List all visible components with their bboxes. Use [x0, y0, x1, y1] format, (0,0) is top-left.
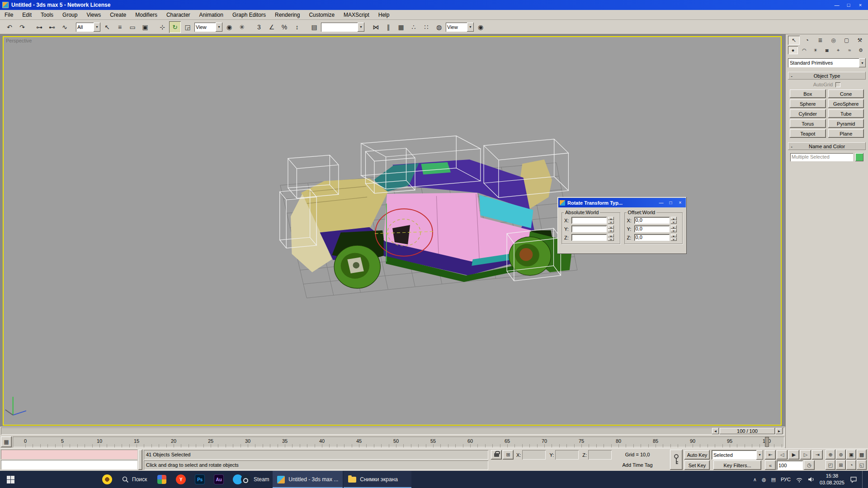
object-color-swatch[interactable]: [855, 153, 863, 161]
spinner-up-icon[interactable]: ▲: [608, 225, 614, 229]
primitive-box-button[interactable]: Box: [790, 89, 826, 98]
set-key-button[interactable]: Set Key: [684, 460, 710, 470]
offset-y-field[interactable]: 0,0: [634, 225, 670, 232]
volume-icon[interactable]: [808, 476, 815, 483]
network-icon[interactable]: [796, 477, 803, 483]
viewport-label[interactable]: Perspective: [6, 38, 32, 43]
menu-item-tools[interactable]: Tools: [41, 12, 53, 18]
mirror-icon[interactable]: ⋈: [370, 21, 382, 33]
selection-filter-dropdown[interactable]: All▼: [76, 23, 100, 32]
edit-named-selection-sets-icon[interactable]: ▤: [308, 21, 320, 33]
listener-macro-pane[interactable]: [1, 450, 137, 459]
category-systems-icon[interactable]: ⚙: [856, 46, 866, 54]
category-geometry-icon[interactable]: ●: [788, 46, 798, 54]
menu-item-maxscript[interactable]: MAXScript: [344, 12, 369, 18]
add-time-tag-button[interactable]: Add Time Tag: [612, 462, 663, 468]
spinner-control[interactable]: ▲▼: [608, 234, 614, 241]
primitive-geosphere-button[interactable]: GeoSphere: [828, 99, 864, 108]
zoom-button[interactable]: ⊕: [826, 450, 835, 460]
menu-item-rendering[interactable]: Rendering: [275, 12, 300, 18]
dialog-close-button[interactable]: ×: [676, 199, 684, 206]
taskbar-3dsmax-window[interactable]: Untitled - 3ds max ...: [273, 471, 343, 488]
align-icon[interactable]: ∥: [382, 21, 394, 33]
window-crossing-toggle-icon[interactable]: ▣: [139, 21, 151, 33]
select-object-icon[interactable]: ↖: [101, 21, 113, 33]
go-to-start-button[interactable]: ⇤: [765, 450, 776, 460]
primitive-plane-button[interactable]: Plane: [828, 129, 864, 138]
primitive-cone-button[interactable]: Cone: [828, 89, 864, 98]
spinner-control[interactable]: ▲▼: [671, 225, 677, 232]
absolute-z-field[interactable]: [571, 234, 607, 241]
chevron-down-icon[interactable]: ▼: [358, 23, 364, 32]
spinner-down-icon[interactable]: ▼: [608, 221, 614, 224]
minimize-button[interactable]: —: [831, 1, 842, 9]
render-scene-icon[interactable]: ◍: [433, 21, 445, 33]
key-filters-button[interactable]: Key Filters...: [713, 460, 761, 470]
menu-item-create[interactable]: Create: [110, 12, 126, 18]
current-frame-marker[interactable]: [765, 437, 769, 447]
previous-frame-button[interactable]: ◁: [777, 450, 788, 460]
bind-to-space-warp-icon[interactable]: ∿: [59, 21, 71, 33]
coordinate-x-field[interactable]: [522, 450, 546, 460]
rectangular-selection-region-icon[interactable]: ▭: [127, 21, 138, 33]
absolute-y-field[interactable]: [571, 225, 607, 232]
tab-hierarchy-icon[interactable]: ≣: [814, 36, 826, 45]
select-by-name-icon[interactable]: ≡: [114, 21, 126, 33]
zoom-extents-button[interactable]: ▣: [846, 450, 856, 460]
tab-display-icon[interactable]: ▢: [841, 36, 853, 45]
taskbar-yandex-app[interactable]: [98, 471, 117, 488]
notification-center-icon[interactable]: [849, 476, 857, 483]
coordinate-y-field[interactable]: [555, 450, 579, 460]
chevron-down-icon[interactable]: ▼: [859, 58, 866, 67]
spinner-up-icon[interactable]: ▲: [671, 234, 677, 237]
tab-utilities-icon[interactable]: ⚒: [854, 36, 866, 45]
spinner-down-icon[interactable]: ▼: [671, 238, 677, 241]
spinner-down-icon[interactable]: ▼: [608, 238, 614, 241]
dialog-minimize-button[interactable]: —: [657, 199, 665, 206]
next-frame-button[interactable]: ▷: [800, 450, 811, 460]
select-and-scale-icon[interactable]: ◲: [182, 21, 193, 33]
primitive-sphere-button[interactable]: Sphere: [790, 99, 826, 108]
time-slider-grip[interactable]: 100 / 100: [720, 428, 775, 434]
spinner-up-icon[interactable]: ▲: [671, 225, 677, 229]
rotate-transform-type-in-dialog[interactable]: Rotate Transform Typ... —□× Absolute:Wor…: [557, 197, 687, 254]
dialog-maximize-button[interactable]: □: [666, 199, 675, 206]
menu-item-edit[interactable]: Edit: [22, 12, 32, 18]
snap-toggle-3d-icon[interactable]: 3: [253, 21, 265, 33]
primitive-pyramid-button[interactable]: Pyramid: [828, 119, 864, 128]
taskbar-search[interactable]: Поиск: [117, 471, 152, 488]
spinner-down-icon[interactable]: ▼: [671, 221, 677, 224]
key-mode-dropdown[interactable]: Selected ▼: [712, 450, 763, 460]
current-frame-field[interactable]: 100: [777, 460, 803, 470]
next-frame-arrow[interactable]: ►: [776, 428, 783, 434]
go-to-end-button[interactable]: ⇥: [812, 450, 823, 460]
mini-curve-editor-button[interactable]: ▦: [1, 436, 12, 447]
spinner-down-icon[interactable]: ▼: [608, 229, 614, 232]
spinner-up-icon[interactable]: ▲: [608, 217, 614, 220]
render-type-dropdown[interactable]: View▼: [446, 23, 474, 32]
coordinate-z-field[interactable]: [588, 450, 612, 460]
tab-motion-icon[interactable]: ◎: [828, 36, 840, 45]
time-configuration-button[interactable]: ◷: [804, 460, 815, 470]
object-name-field[interactable]: Multiple Selected: [790, 153, 853, 161]
show-desktop-button[interactable]: [862, 471, 864, 488]
menu-item-modifiers[interactable]: Modifiers: [135, 12, 157, 18]
key-mode-toggle-button[interactable]: «: [765, 460, 776, 470]
select-and-manipulate-icon[interactable]: ✳: [236, 21, 248, 33]
taskbar-audition[interactable]: Au: [209, 471, 228, 488]
redo-icon[interactable]: ↷: [16, 21, 28, 33]
angle-snap-toggle-icon[interactable]: ∠: [266, 21, 278, 33]
object-type-rollout-header[interactable]: - Object Type: [788, 72, 866, 80]
spinner-up-icon[interactable]: ▲: [671, 217, 677, 220]
auto-key-button[interactable]: Auto Key: [684, 450, 710, 460]
category-cameras-icon[interactable]: ◙: [822, 46, 832, 54]
select-and-link-icon[interactable]: ⊶: [33, 21, 45, 33]
track-bar-ruler[interactable]: 0510152025303540455055606570758085909510…: [13, 436, 784, 447]
pan-button[interactable]: ⊞: [836, 460, 846, 470]
undo-icon[interactable]: ↶: [4, 21, 15, 33]
spinner-control[interactable]: ▲▼: [671, 234, 677, 241]
spinner-down-icon[interactable]: ▼: [671, 229, 677, 232]
primitive-torus-button[interactable]: Torus: [790, 119, 826, 128]
dialog-titlebar[interactable]: Rotate Transform Typ... —□×: [558, 198, 686, 207]
absolute-x-field[interactable]: [571, 217, 607, 224]
